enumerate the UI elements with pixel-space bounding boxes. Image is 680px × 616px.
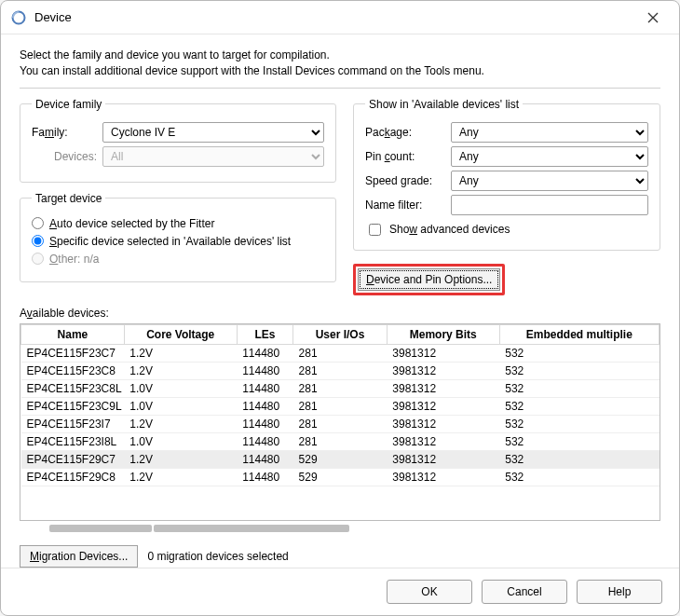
app-icon [10, 9, 27, 26]
cell-em: 532 [499, 415, 659, 432]
other-device-label: Other: n/a [49, 253, 99, 266]
cell-mb: 3981312 [387, 432, 499, 450]
cell-io: 529 [293, 468, 388, 486]
device-family-group: Device family Family: Cyclone IV E Devic… [20, 98, 336, 183]
device-pin-options-button[interactable]: Device and Pin Options... [358, 268, 500, 291]
cell-name: EP4CE115F23C7 [21, 344, 125, 362]
advanced-devices-checkbox[interactable] [369, 224, 381, 236]
cell-cv: 1.2V [124, 344, 237, 362]
cell-io: 281 [293, 432, 388, 450]
cell-mb: 3981312 [387, 397, 499, 415]
namefilter-input[interactable] [451, 195, 648, 215]
family-select[interactable]: Cyclone IV E [102, 122, 324, 143]
col-les[interactable]: LEs [237, 324, 292, 344]
col-user-ios[interactable]: User I/Os [293, 324, 388, 344]
table-row[interactable]: EP4CE115F23C9L1.0V1144802813981312532 [21, 397, 660, 415]
cell-em: 532 [499, 397, 659, 415]
col-memory-bits[interactable]: Memory Bits [387, 324, 499, 344]
col-embedded-mult[interactable]: Embedded multiplie [499, 324, 659, 344]
cell-le: 114480 [237, 468, 292, 486]
cell-le: 114480 [237, 415, 292, 432]
cell-em: 532 [499, 450, 659, 468]
ok-button[interactable]: OK [387, 580, 472, 604]
table-row[interactable]: EP4CE115F23C8L1.0V1144802813981312532 [21, 379, 660, 397]
family-label: Family: [32, 126, 97, 139]
cell-cv: 1.2V [124, 450, 237, 468]
migration-status: 0 migration devices selected [147, 550, 288, 563]
auto-device-radio[interactable] [32, 217, 44, 229]
close-icon[interactable] [636, 5, 670, 31]
cell-em: 532 [499, 468, 659, 486]
package-select[interactable]: Any [451, 122, 648, 143]
pincount-select[interactable]: Any [451, 146, 648, 167]
col-core-voltage[interactable]: Core Voltage [124, 324, 237, 344]
cancel-button[interactable]: Cancel [482, 580, 567, 604]
devices-label: Devices: [32, 150, 97, 163]
intro-line2: You can install additional device suppor… [20, 63, 660, 79]
cell-cv: 1.0V [124, 397, 237, 415]
cell-io: 529 [293, 450, 388, 468]
cell-name: EP4CE115F23I7 [21, 415, 125, 432]
auto-device-label[interactable]: Auto device selected by the Fitter [49, 217, 214, 230]
cell-em: 532 [499, 362, 659, 379]
table-row[interactable]: EP4CE115F23C81.2V1144802813981312532 [21, 362, 660, 379]
col-name[interactable]: Name [21, 324, 125, 344]
cell-name: EP4CE115F29C8 [21, 468, 125, 486]
cell-io: 281 [293, 362, 388, 379]
cell-cv: 1.0V [124, 379, 237, 397]
migration-devices-button[interactable]: Migration Devices... [20, 545, 138, 568]
specific-device-label[interactable]: Specific device selected in 'Available d… [49, 235, 291, 248]
cell-mb: 3981312 [387, 415, 499, 432]
cell-io: 281 [293, 415, 388, 432]
dialog-footer: OK Cancel Help [1, 568, 679, 615]
cell-cv: 1.2V [124, 468, 237, 486]
table-row[interactable]: EP4CE115F29C71.2V1144805293981312532 [21, 450, 660, 468]
cell-mb: 3981312 [387, 344, 499, 362]
package-label: Package: [365, 126, 445, 139]
cell-em: 532 [499, 379, 659, 397]
dialog-body: Select the family and device you want to… [1, 34, 679, 568]
cell-name: EP4CE115F23C8 [21, 362, 125, 379]
cell-cv: 1.2V [124, 362, 237, 379]
window-title: Device [34, 10, 72, 24]
table-row[interactable]: EP4CE115F23C71.2V1144802813981312532 [21, 344, 660, 362]
cell-name: EP4CE115F23C9L [21, 397, 125, 415]
cell-le: 114480 [237, 432, 292, 450]
show-in-legend: Show in 'Available devices' list [365, 98, 523, 111]
device-pin-options-highlight: Device and Pin Options... [353, 264, 505, 295]
cell-em: 532 [499, 432, 659, 450]
speed-select[interactable]: Any [451, 171, 648, 191]
devices-select: All [102, 146, 324, 167]
cell-cv: 1.2V [124, 415, 237, 432]
cell-em: 532 [499, 344, 659, 362]
cell-le: 114480 [237, 344, 292, 362]
cell-name: EP4CE115F23C8L [21, 379, 125, 397]
device-dialog: Device Select the family and device you … [0, 0, 680, 616]
specific-device-radio[interactable] [32, 235, 44, 247]
table-row[interactable]: EP4CE115F23I8L1.0V1144802813981312532 [21, 432, 660, 450]
table-row[interactable]: EP4CE115F29C81.2V1144805293981312532 [21, 468, 660, 486]
cell-mb: 3981312 [387, 450, 499, 468]
help-button[interactable]: Help [577, 580, 662, 604]
advanced-devices-label[interactable]: Show advanced devices [389, 223, 510, 236]
titlebar: Device [1, 1, 679, 34]
cell-io: 281 [293, 344, 388, 362]
other-device-radio [32, 253, 44, 265]
cell-name: EP4CE115F23I8L [21, 432, 125, 450]
cell-mb: 3981312 [387, 379, 499, 397]
table-row[interactable]: EP4CE115F23I71.2V1144802813981312532 [21, 415, 660, 432]
pincount-label: Pin count: [365, 150, 445, 163]
target-device-legend: Target device [32, 192, 105, 205]
table-header-row: Name Core Voltage LEs User I/Os Memory B… [21, 324, 660, 344]
cell-mb: 3981312 [387, 362, 499, 379]
cell-le: 114480 [237, 379, 292, 397]
available-devices-label: Available devices: [20, 307, 660, 320]
show-in-group: Show in 'Available devices' list Package… [353, 98, 660, 251]
cell-le: 114480 [237, 397, 292, 415]
cell-io: 281 [293, 397, 388, 415]
available-devices-table[interactable]: Name Core Voltage LEs User I/Os Memory B… [20, 323, 660, 521]
horizontal-scrollbar[interactable] [20, 521, 660, 534]
intro-text: Select the family and device you want to… [20, 48, 660, 80]
cell-cv: 1.0V [124, 432, 237, 450]
intro-line1: Select the family and device you want to… [20, 48, 660, 63]
